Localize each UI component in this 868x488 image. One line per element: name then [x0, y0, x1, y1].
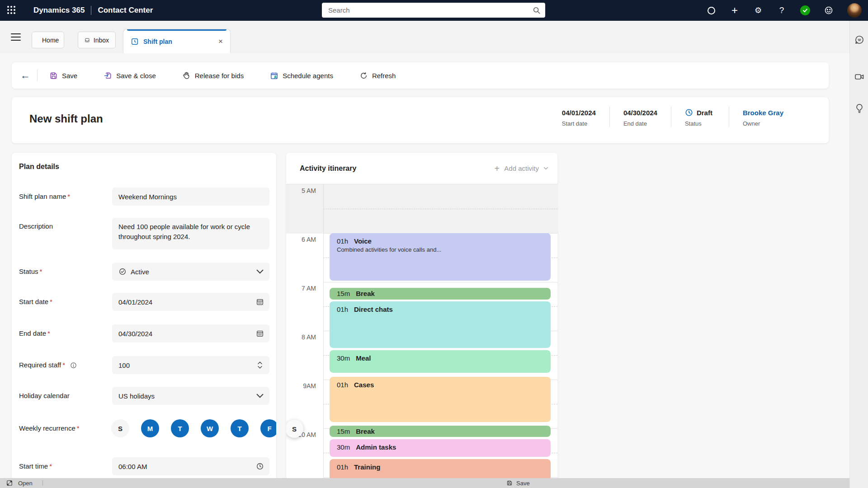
half-hour-gridline [323, 209, 557, 209]
header-stat: 04/01/2024Start date [548, 107, 609, 127]
day-chip-W[interactable]: W [201, 419, 219, 437]
hour-label: 9AM [286, 382, 316, 389]
record-header: New shift plan 04/01/2024Start date04/30… [12, 97, 829, 143]
event-duration: 30m [337, 443, 350, 451]
add-activity-label: Add activity [504, 164, 539, 172]
brand-divider [91, 6, 91, 15]
chevron-down-icon [543, 167, 548, 170]
description-input[interactable]: Need 100 people available for work or cy… [112, 218, 269, 249]
focus-ring-icon[interactable] [706, 5, 716, 15]
save-button[interactable]: Save [42, 68, 85, 84]
start-date-label: Start date* [19, 298, 52, 305]
user-avatar[interactable] [847, 3, 862, 18]
hour-label: 7 AM [286, 285, 316, 292]
stat-value[interactable]: Brooke Gray [743, 109, 783, 117]
tab-inbox[interactable]: Inbox [78, 32, 116, 48]
holiday-calendar-select[interactable]: US holidays [112, 387, 269, 405]
search-input[interactable] [328, 6, 533, 14]
description-value: Need 100 people available for work or cy… [118, 222, 264, 242]
event-duration: 15m [337, 290, 350, 297]
header-stat: Brooke GrayOwner [729, 107, 797, 127]
start-date-value: 04/01/2024 [118, 298, 256, 306]
bottom-status-bar: Open Save [0, 478, 849, 488]
schedule-agents-button[interactable]: Schedule agents [263, 68, 340, 84]
back-button[interactable]: ← [16, 66, 34, 84]
calendar-event-break[interactable]: 15mBreak [330, 426, 551, 437]
description-label: Description [19, 222, 53, 230]
refresh-icon [359, 71, 368, 80]
calendar-event-direct-chats[interactable]: 01hDirect chats [330, 301, 551, 348]
global-search[interactable] [322, 3, 545, 18]
tab-home-label: Home [42, 37, 59, 44]
release-for-bids-label: Release for bids [195, 72, 244, 80]
presence-available-icon[interactable] [800, 5, 810, 15]
save-and-close-button[interactable]: Save & close [96, 68, 163, 84]
calendar-event-cases[interactable]: 01hCases [330, 377, 551, 422]
day-chip-T[interactable]: T [231, 419, 249, 437]
calendar-event-admin-tasks[interactable]: 30mAdmin tasks [330, 439, 551, 457]
event-title: Training [354, 463, 380, 471]
tab-shift-plan-active[interactable]: Shift plan × [123, 29, 231, 53]
topbar-icons: + ⚙ ? [706, 0, 868, 21]
event-title: Admin tasks [356, 443, 396, 451]
chat-icon[interactable] [854, 34, 865, 45]
status-select[interactable]: Active [112, 263, 269, 281]
open-button[interactable]: Open [6, 480, 33, 487]
calendar-event-meal[interactable]: 30mMeal [330, 350, 551, 373]
day-chip-T[interactable]: T [171, 419, 189, 437]
calendar-event-break[interactable]: 15mBreak [330, 288, 551, 300]
save-icon [506, 480, 513, 486]
calendar-icon [256, 298, 264, 306]
holiday-calendar-label: Holiday calendar [19, 392, 70, 399]
event-subtitle: Combined activities for voice calls and.… [330, 246, 551, 253]
command-toolbar: ← Save Save & close Release for bids Sch… [12, 62, 829, 89]
app-name: Dynamics 365 [33, 6, 85, 15]
header-stats: 04/01/2024Start date04/30/2024End dateDr… [548, 107, 797, 127]
day-chip-F[interactable]: F [260, 419, 276, 437]
schedule-agents-icon [270, 71, 278, 80]
status-label: Status* [19, 267, 42, 275]
start-time-label: Start time* [19, 462, 52, 470]
bottom-save-button[interactable]: Save [506, 480, 530, 487]
stat-value: 04/30/2024 [623, 109, 657, 117]
shift-plan-icon [131, 38, 139, 46]
stat-value: 04/01/2024 [562, 109, 596, 117]
info-icon[interactable] [70, 362, 77, 369]
end-date-input[interactable]: 04/30/2024 [112, 324, 269, 343]
event-duration: 30m [337, 354, 350, 362]
video-camera-icon[interactable] [854, 71, 865, 82]
start-time-input[interactable]: 06:00 AM [112, 457, 269, 475]
weekly-recurrence-days: SMTWTF [111, 419, 270, 437]
itinerary-grid: 5 AM6 AM7 AM8 AM9AM10 AM11 AM01hVoiceCom… [286, 184, 557, 488]
required-staff-stepper[interactable]: 100 [112, 356, 269, 374]
tab-home[interactable]: Home [32, 32, 64, 48]
settings-gear-icon[interactable]: ⚙ [753, 5, 763, 15]
feedback-smiley-icon[interactable] [824, 5, 834, 15]
start-date-input[interactable]: 04/01/2024 [112, 293, 269, 311]
day-chip-S[interactable]: S [111, 419, 129, 437]
release-for-bids-button[interactable]: Release for bids [175, 68, 251, 84]
lightbulb-icon[interactable] [854, 103, 865, 114]
calendar-event-voice[interactable]: 01hVoiceCombined activities for voice ca… [330, 233, 551, 281]
add-icon[interactable]: + [730, 5, 740, 15]
hamburger-menu-icon[interactable] [11, 33, 21, 41]
tab-close-icon[interactable]: × [218, 38, 223, 45]
add-activity-button[interactable]: + Add activity [495, 164, 548, 173]
event-duration: 01h [337, 237, 348, 245]
bottom-bar-divider [42, 480, 43, 486]
refresh-button[interactable]: Refresh [352, 68, 403, 84]
app-launcher-waffle-icon[interactable] [7, 6, 16, 15]
stepper-up-down-icon[interactable] [256, 361, 264, 369]
day-chip-M[interactable]: M [141, 419, 159, 437]
event-title: Break [356, 290, 375, 297]
stat-label: Start date [562, 120, 596, 127]
shift-plan-name-input[interactable]: Weekend Mornings [112, 188, 269, 206]
refresh-label: Refresh [372, 72, 396, 80]
help-icon[interactable]: ? [777, 5, 787, 15]
event-title: Meal [356, 354, 371, 362]
stat-value: Draft [697, 109, 712, 117]
event-duration: 01h [337, 381, 348, 389]
itinerary-header: Activity itinerary + Add activity [286, 153, 557, 184]
open-expand-icon [6, 480, 13, 486]
hour-label: 6 AM [286, 236, 316, 243]
